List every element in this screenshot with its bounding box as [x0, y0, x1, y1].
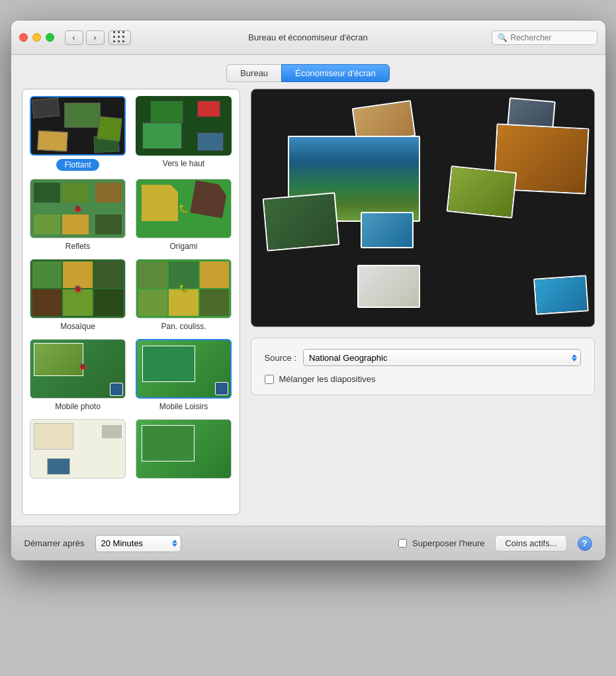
- preview-area: [251, 89, 595, 327]
- forward-button[interactable]: ›: [86, 30, 105, 45]
- shuffle-label[interactable]: Mélanger les diapositives: [279, 374, 376, 384]
- screensaver-label: Vers le haut: [163, 159, 204, 168]
- list-item[interactable]: 🐞 Reflets: [29, 179, 127, 251]
- screensaver-thumb-extra2: [136, 419, 232, 479]
- right-panel: Source : National Geographic Photos Bure…: [251, 89, 595, 515]
- screensaver-thumb-origami: 🐛: [136, 179, 232, 238]
- screensaver-grid: Flottant Vers le haut: [29, 96, 233, 479]
- screensaver-thumb-extra1: [30, 419, 126, 479]
- fullscreen-button[interactable]: [46, 33, 54, 42]
- screensaver-thumb-reflets: 🐞: [30, 179, 126, 238]
- list-item[interactable]: 🐞 Mosaïque: [29, 259, 127, 331]
- tab-bureau[interactable]: Bureau: [226, 64, 281, 82]
- preview-photo: [262, 192, 339, 251]
- screensaver-thumb-verslehaut: [136, 96, 232, 156]
- superposer-row: Superposer l'heure: [398, 538, 484, 548]
- preview-photo: [446, 166, 517, 218]
- insect-icon: 🐞: [73, 204, 83, 213]
- time-select-wrapper: 1 Minute 2 Minutes 5 Minutes 10 Minutes …: [95, 535, 181, 552]
- nav-buttons: ‹ ›: [65, 30, 105, 45]
- source-row: Source : National Geographic Photos Bure…: [265, 349, 581, 366]
- source-select-wrapper: National Geographic Photos Bureau Dossie…: [303, 349, 581, 366]
- source-select[interactable]: National Geographic Photos Bureau Dossie…: [303, 349, 581, 366]
- superposer-label[interactable]: Superposer l'heure: [412, 538, 484, 548]
- preview-photo: [361, 212, 414, 248]
- list-item[interactable]: Vers le haut: [135, 96, 233, 171]
- screensaver-label: Mobile photo: [55, 402, 101, 411]
- screensaver-list: Flottant Vers le haut: [22, 89, 240, 515]
- insect-icon: 🐛: [179, 284, 189, 293]
- screensaver-thumb-flottant: [30, 96, 126, 156]
- search-bar[interactable]: 🔍: [492, 30, 597, 45]
- preview-photo: [357, 265, 420, 308]
- screensaver-thumb-pan: 🐛: [136, 259, 232, 318]
- preview-inner: [251, 89, 594, 326]
- screensaver-thumb-mobile-loisirs: [136, 339, 232, 399]
- shuffle-checkbox[interactable]: [265, 375, 274, 384]
- titlebar: ‹ › Bureau et économiseur d'écran 🔍: [11, 21, 605, 55]
- main-content: Flottant Vers le haut: [11, 89, 605, 526]
- screensaver-label: Mobile Loisirs: [159, 402, 208, 411]
- shuffle-row: Mélanger les diapositives: [265, 374, 581, 384]
- window-title: Bureau et économiseur d'écran: [248, 32, 367, 42]
- screensaver-label: Origami: [169, 242, 197, 251]
- bottom-bar: Démarrer après 1 Minute 2 Minutes 5 Minu…: [11, 526, 605, 560]
- list-item[interactable]: [135, 419, 233, 479]
- list-item[interactable]: 🐛 Pan. couliss.: [135, 259, 233, 331]
- tab-economiseur[interactable]: Économiseur d'écran: [281, 64, 390, 82]
- search-icon: 🔍: [498, 33, 507, 42]
- insect-icon: 🐛: [179, 204, 189, 213]
- back-button[interactable]: ‹: [65, 30, 83, 45]
- search-input[interactable]: [511, 33, 590, 42]
- grid-view-button[interactable]: [109, 30, 131, 45]
- screensaver-badge: Flottant: [56, 159, 99, 171]
- traffic-lights: [19, 33, 54, 42]
- tabs-row: Bureau Économiseur d'écran: [11, 55, 605, 89]
- list-item[interactable]: Mobile Loisirs: [135, 339, 233, 411]
- grid-icon: [113, 31, 126, 44]
- settings-area: Source : National Geographic Photos Bure…: [251, 338, 595, 395]
- list-item[interactable]: [29, 419, 127, 479]
- help-button[interactable]: ?: [578, 536, 592, 551]
- superposer-checkbox[interactable]: [398, 539, 407, 548]
- list-item[interactable]: Flottant: [29, 96, 127, 171]
- source-label: Source :: [265, 353, 296, 363]
- screensaver-thumb-mobile-photo: 🐞: [30, 339, 126, 399]
- screensaver-label: Mosaïque: [60, 322, 95, 331]
- screensaver-label: Reflets: [66, 242, 90, 251]
- minimize-button[interactable]: [32, 33, 41, 42]
- coins-actifs-button[interactable]: Coins actifs...: [495, 535, 566, 552]
- preview-photo: [533, 275, 589, 314]
- insect-icon: 🐞: [73, 284, 83, 293]
- screensaver-thumb-mosaique: 🐞: [30, 259, 126, 318]
- list-item[interactable]: 🐞 Mobile photo: [29, 339, 127, 411]
- time-select[interactable]: 1 Minute 2 Minutes 5 Minutes 10 Minutes …: [95, 535, 181, 552]
- main-window: ‹ › Bureau et économiseur d'écran 🔍 Bure…: [11, 20, 606, 561]
- screensaver-label: Pan. couliss.: [161, 322, 206, 331]
- close-button[interactable]: [19, 33, 28, 42]
- list-item[interactable]: 🐛 Origami: [135, 179, 233, 251]
- start-after-label: Démarrer après: [24, 538, 85, 548]
- insect-icon: 🐞: [78, 362, 87, 370]
